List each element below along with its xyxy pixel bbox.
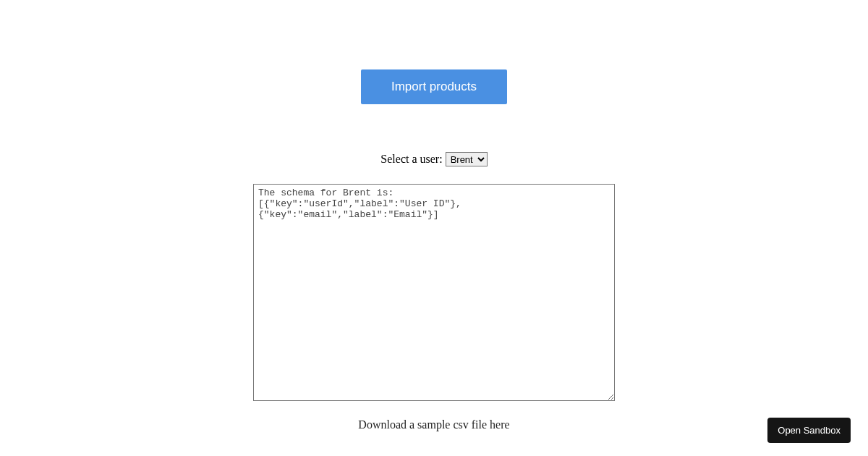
import-products-button[interactable]: Import products [361,69,507,104]
user-select[interactable]: Brent [446,152,488,166]
user-select-label: Select a user: [380,153,442,166]
download-sample-link[interactable]: Download a sample csv file here [358,418,509,431]
schema-textarea[interactable] [253,184,615,401]
open-sandbox-button[interactable]: Open Sandbox [767,418,851,443]
user-select-row: Select a user: Brent [380,152,487,166]
page-container: Import products Select a user: Brent Dow… [0,0,868,431]
